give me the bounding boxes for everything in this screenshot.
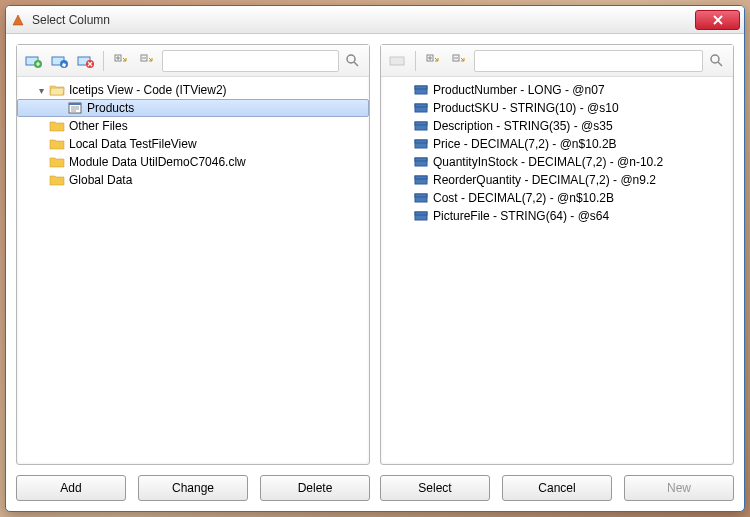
- column-item[interactable]: ReorderQuantity - DECIMAL(7,2) - @n9.2: [381, 171, 733, 189]
- tree-item[interactable]: Products: [17, 99, 369, 117]
- column-item[interactable]: Description - STRING(35) - @s35: [381, 117, 733, 135]
- svg-rect-11: [69, 103, 81, 105]
- column-item-label: ProductNumber - LONG - @n07: [433, 83, 605, 97]
- left-search-input[interactable]: [162, 50, 339, 72]
- column-item-label: Cost - DECIMAL(7,2) - @n$10.2B: [433, 191, 614, 205]
- collapse-all-icon[interactable]: [448, 50, 470, 72]
- folder-closed-icon: [49, 119, 65, 133]
- column-item[interactable]: PictureFile - STRING(64) - @s64: [381, 207, 733, 225]
- svg-marker-0: [13, 15, 23, 25]
- right-search-input[interactable]: [474, 50, 703, 72]
- change-button[interactable]: Change: [138, 475, 248, 501]
- svg-rect-26: [415, 140, 427, 143]
- toolbar-separator: [415, 51, 416, 71]
- titlebar: Select Column: [6, 6, 744, 34]
- tree-item[interactable]: Global Data: [17, 171, 369, 189]
- column-item-label: ReorderQuantity - DECIMAL(7,2) - @n9.2: [433, 173, 656, 187]
- field-icon: [413, 173, 429, 187]
- collapse-all-icon[interactable]: [136, 50, 158, 72]
- tree-item-label: Local Data TestFileView: [69, 137, 197, 151]
- select-column-window: Select Column: [5, 5, 745, 512]
- tree-item-label: Other Files: [69, 119, 128, 133]
- column-item-label: ProductSKU - STRING(10) - @s10: [433, 101, 619, 115]
- tree-item[interactable]: Other Files: [17, 117, 369, 135]
- column-item[interactable]: Cost - DECIMAL(7,2) - @n$10.2B: [381, 189, 733, 207]
- svg-rect-24: [415, 122, 427, 125]
- svg-point-18: [711, 55, 719, 63]
- delete-icon[interactable]: [75, 50, 97, 72]
- folder-open-icon: [49, 83, 65, 97]
- tree-item-label: Module Data UtilDemoC7046.clw: [69, 155, 246, 169]
- view-icon[interactable]: [387, 50, 409, 72]
- field-icon: [413, 83, 429, 97]
- left-button-group: Add Change Delete: [16, 475, 370, 501]
- content-area: ▾ Icetips View - Code (ITView2)Products …: [6, 34, 744, 511]
- field-icon: [413, 119, 429, 133]
- tree-item-label: Products: [87, 101, 134, 115]
- edit-icon[interactable]: [49, 50, 71, 72]
- field-icon: [413, 155, 429, 169]
- column-item[interactable]: ProductNumber - LONG - @n07: [381, 81, 733, 99]
- field-icon: [413, 191, 429, 205]
- right-button-group: Select Cancel New: [380, 475, 734, 501]
- source-tree[interactable]: ▾ Icetips View - Code (ITView2)Products …: [17, 77, 369, 464]
- svg-rect-30: [415, 176, 427, 179]
- svg-rect-20: [415, 86, 427, 89]
- column-item-label: QuantityInStock - DECIMAL(7,2) - @n-10.2: [433, 155, 663, 169]
- field-icon: [413, 137, 429, 151]
- svg-rect-28: [415, 158, 427, 161]
- column-item[interactable]: QuantityInStock - DECIMAL(7,2) - @n-10.2: [381, 153, 733, 171]
- tree-item[interactable]: ▾ Icetips View - Code (ITView2): [17, 81, 369, 99]
- folder-closed-icon: [49, 173, 65, 187]
- field-icon: [413, 209, 429, 223]
- collapse-icon[interactable]: ▾: [35, 84, 47, 96]
- add-button[interactable]: Add: [16, 475, 126, 501]
- column-item-label: PictureFile - STRING(64) - @s64: [433, 209, 609, 223]
- svg-rect-32: [415, 194, 427, 197]
- close-button[interactable]: [695, 10, 740, 30]
- button-row: Add Change Delete Select Cancel New: [16, 475, 734, 501]
- column-item-label: Description - STRING(35) - @s35: [433, 119, 613, 133]
- toolbar-separator: [103, 51, 104, 71]
- app-icon: [10, 12, 26, 28]
- column-list[interactable]: ProductNumber - LONG - @n07ProductSKU - …: [381, 77, 733, 464]
- search-icon[interactable]: [343, 51, 363, 71]
- folder-closed-icon: [49, 155, 65, 169]
- left-toolbar: [17, 45, 369, 77]
- new-button: New: [624, 475, 734, 501]
- expand-all-icon[interactable]: [422, 50, 444, 72]
- add-icon[interactable]: [23, 50, 45, 72]
- search-icon[interactable]: [707, 51, 727, 71]
- select-button[interactable]: Select: [380, 475, 490, 501]
- column-item[interactable]: ProductSKU - STRING(10) - @s10: [381, 99, 733, 117]
- panels-row: ▾ Icetips View - Code (ITView2)Products …: [16, 44, 734, 465]
- right-toolbar: [381, 45, 733, 77]
- svg-rect-15: [390, 57, 404, 65]
- column-item-label: Price - DECIMAL(7,2) - @n$10.2B: [433, 137, 617, 151]
- expand-all-icon[interactable]: [110, 50, 132, 72]
- svg-rect-34: [415, 212, 427, 215]
- tree-item-label: Icetips View - Code (ITView2): [69, 83, 227, 97]
- form-icon: [67, 101, 83, 115]
- cancel-button[interactable]: Cancel: [502, 475, 612, 501]
- tree-item[interactable]: Local Data TestFileView: [17, 135, 369, 153]
- field-icon: [413, 101, 429, 115]
- tree-item[interactable]: Module Data UtilDemoC7046.clw: [17, 153, 369, 171]
- folder-closed-icon: [49, 137, 65, 151]
- column-item[interactable]: Price - DECIMAL(7,2) - @n$10.2B: [381, 135, 733, 153]
- left-panel: ▾ Icetips View - Code (ITView2)Products …: [16, 44, 370, 465]
- svg-rect-22: [415, 104, 427, 107]
- tree-item-label: Global Data: [69, 173, 132, 187]
- delete-button[interactable]: Delete: [260, 475, 370, 501]
- svg-point-9: [347, 55, 355, 63]
- right-panel: ProductNumber - LONG - @n07ProductSKU - …: [380, 44, 734, 465]
- window-title: Select Column: [32, 13, 695, 27]
